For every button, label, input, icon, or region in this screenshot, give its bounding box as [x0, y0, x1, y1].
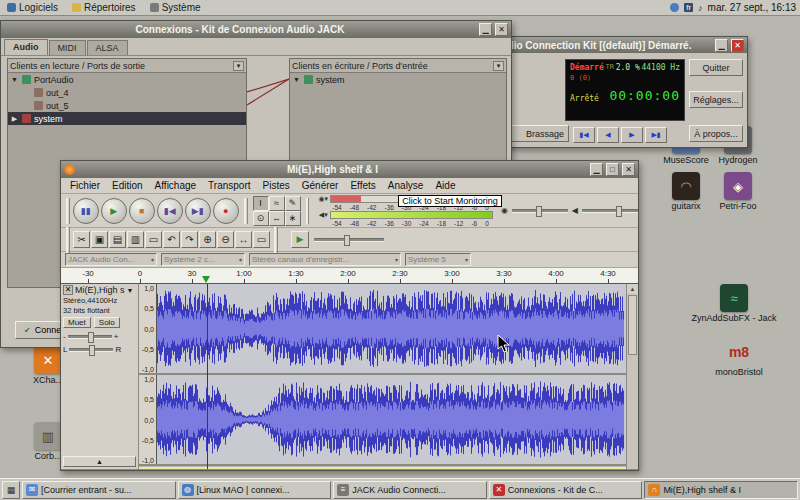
desktop-icon-monobristol[interactable]: m8monoBristol — [706, 338, 772, 377]
envelope-tool[interactable]: ≈ — [269, 196, 285, 211]
quit-button[interactable]: Quitter — [689, 59, 743, 76]
readable-clients-header[interactable]: Clients en lecture / Ports de sortie ▾ — [8, 59, 246, 73]
timeshift-tool[interactable]: ↔ — [269, 211, 285, 226]
menu-aide[interactable]: Aide — [430, 179, 460, 192]
tree-row-portaudio[interactable]: ▼PortAudio — [8, 73, 246, 86]
playhead-triangle-icon[interactable] — [202, 276, 210, 283]
tree-row-out-5[interactable]: out_5 — [8, 99, 246, 112]
playback-meter[interactable]: ◀▾ — [316, 211, 493, 220]
vertical-scrollbar[interactable]: ▲ — [626, 284, 638, 469]
output-volume-slider[interactable] — [582, 209, 638, 213]
backward-icon[interactable]: ◀ — [597, 127, 619, 143]
keyboard-layout-indicator[interactable]: fr — [684, 3, 693, 12]
track-collapse-button[interactable]: ▲ — [63, 456, 136, 467]
mute-button[interactable]: Muet — [63, 317, 91, 328]
panel-menu-logiciels[interactable]: Logiciels — [0, 0, 65, 15]
play-speed-slider[interactable] — [314, 238, 384, 242]
microphone-icon[interactable]: ◉▾ — [316, 195, 330, 203]
timeline-ruler[interactable]: -300301:001:302:002:303:003:304:004:30 — [61, 268, 638, 284]
desktop-icon-zynaddsubfx-jack[interactable]: ≈ZynAddSubFX - Jack — [688, 284, 780, 323]
menu-g-n-rer[interactable]: Générer — [297, 179, 344, 192]
input-volume-slider[interactable] — [512, 209, 568, 213]
multi-tool[interactable]: ∗ — [285, 211, 301, 226]
panel-menu-syst-me[interactable]: Système — [143, 0, 208, 15]
task-jack-audio-connecti[interactable]: ≡JACK Audio Connecti... — [333, 481, 487, 499]
toolbar-grabber[interactable] — [66, 227, 70, 253]
play-icon[interactable]: ▶ — [621, 127, 643, 143]
channel-right[interactable]: 1,00,50,0-0,5-1,0 — [139, 375, 626, 466]
fit-project-icon[interactable]: ▭ — [253, 231, 270, 248]
trim-icon[interactable]: ▥ — [127, 231, 144, 248]
vertical-ruler[interactable]: 1,00,50,0-0,5-1,0 — [139, 375, 157, 464]
track-close-button[interactable]: ✕ — [63, 285, 73, 295]
expander-icon[interactable]: ▼ — [292, 76, 301, 83]
show-desktop-button[interactable]: ▦ — [2, 481, 20, 499]
menu-transport[interactable]: Transport — [203, 179, 255, 192]
panel-clock[interactable]: mar. 27 sept., 16:13 — [708, 2, 796, 13]
menu-analyse[interactable]: Analyse — [383, 179, 429, 192]
skip-end-button[interactable]: ▶▮ — [185, 198, 211, 224]
selection-tool[interactable]: I — [253, 196, 269, 211]
device-select-2[interactable]: Stéréo canaux d'enregistr...▾ — [249, 253, 401, 266]
redo-icon[interactable]: ↷ — [181, 231, 198, 248]
waveform-left[interactable] — [157, 284, 624, 373]
tab-alsa[interactable]: ALSA — [87, 40, 128, 55]
menu-affichage[interactable]: Affichage — [150, 179, 202, 192]
minimize-button[interactable]: ▁ — [479, 23, 492, 36]
chevron-down-icon[interactable]: ▾ — [233, 61, 244, 71]
panel-menu-r-pertoires[interactable]: Répertoires — [65, 0, 143, 15]
toolbar-grabber[interactable] — [306, 198, 310, 224]
monitoring-tooltip[interactable]: Click to Start Monitoring — [398, 195, 502, 207]
desktop-icon-guitarix[interactable]: ◠guitarix — [660, 172, 712, 211]
scroll-up-icon[interactable]: ▲ — [627, 284, 638, 294]
minimize-button[interactable]: ▁ — [590, 163, 603, 176]
play-at-speed-button[interactable]: ▶ — [291, 231, 309, 248]
close-button[interactable]: ✕ — [495, 23, 508, 36]
menu-edition[interactable]: Edition — [107, 179, 148, 192]
meter-toolbar[interactable]: ◉▾ -54-48-42-36-30-24-18-12-60 ◀▾ -54-48… — [316, 195, 493, 227]
solo-button[interactable]: Solo — [94, 317, 120, 328]
expander-icon[interactable]: ▶ — [10, 115, 19, 123]
copy-icon[interactable]: ▣ — [91, 231, 108, 248]
skip-start-button[interactable]: ▮◀ — [157, 198, 183, 224]
menu-effets[interactable]: Effets — [345, 179, 380, 192]
vertical-ruler[interactable]: 1,00,50,0-0,5-1,0 — [139, 284, 157, 373]
settings-button[interactable]: Réglages... — [689, 91, 743, 108]
task-connexions-kit-de-c[interactable]: ✕Connexions - Kit de C... — [489, 481, 643, 499]
expander-icon[interactable]: ▼ — [10, 76, 19, 83]
maximize-button[interactable]: □ — [606, 163, 619, 176]
device-select-1[interactable]: Système 2 c...▾ — [161, 253, 245, 266]
rewind-icon[interactable]: ▮◀ — [573, 127, 595, 143]
play-button[interactable]: ▶ — [101, 198, 127, 224]
zoom-in-icon[interactable]: ⊕ — [199, 231, 216, 248]
menu-pistes[interactable]: Pistes — [258, 179, 295, 192]
channel-left[interactable]: 1,00,50,0-0,5-1,0 — [139, 284, 626, 375]
paste-icon[interactable]: ▤ — [109, 231, 126, 248]
pan-slider[interactable] — [69, 348, 113, 352]
track-control-panel[interactable]: ✕ Mi(E),High s ▼ Stéréo,44100Hz 32 bits … — [61, 284, 139, 469]
about-button[interactable]: À propos... — [689, 125, 743, 142]
tree-row-system[interactable]: ▶system — [8, 112, 246, 125]
silence-icon[interactable]: ▭ — [145, 231, 162, 248]
minimize-button[interactable]: ▁ — [715, 39, 728, 52]
zoom-tool[interactable]: ⊙ — [253, 211, 269, 226]
scroll-thumb[interactable] — [628, 295, 637, 355]
cut-icon[interactable]: ✂ — [73, 231, 90, 248]
toolbar-grabber[interactable] — [66, 198, 70, 224]
task-courrier-entrant-su[interactable]: ✉[Courrier entrant - su... — [22, 481, 176, 499]
track-menu-arrow-icon[interactable]: ▼ — [127, 287, 134, 294]
volume-icon[interactable]: ♪ — [698, 3, 703, 13]
toolbar-grabber[interactable] — [274, 227, 278, 253]
writable-clients-header[interactable]: Clients en écriture / Ports d'entrée ▾ — [290, 59, 506, 73]
device-select-3[interactable]: Système 5▾ — [405, 253, 471, 266]
connections-titlebar[interactable]: Connexions - Kit de Connexion Audio JACK… — [1, 21, 511, 38]
record-button[interactable]: ● — [213, 198, 239, 224]
speaker-icon[interactable]: ◀▾ — [316, 211, 330, 219]
close-button[interactable]: ✕ — [731, 39, 744, 52]
undo-icon[interactable]: ↶ — [163, 231, 180, 248]
task-linux-mao-connexi[interactable]: ◍[Linux MAO | connexi... — [178, 481, 332, 499]
tab-audio[interactable]: Audio — [4, 39, 48, 55]
pause-button[interactable]: ▮▮ — [73, 198, 99, 224]
task-mi-e-high-shelf-i[interactable]: ∩Mi(E),High shelf & I — [644, 481, 798, 499]
forward-icon[interactable]: ▶▮ — [645, 127, 667, 143]
